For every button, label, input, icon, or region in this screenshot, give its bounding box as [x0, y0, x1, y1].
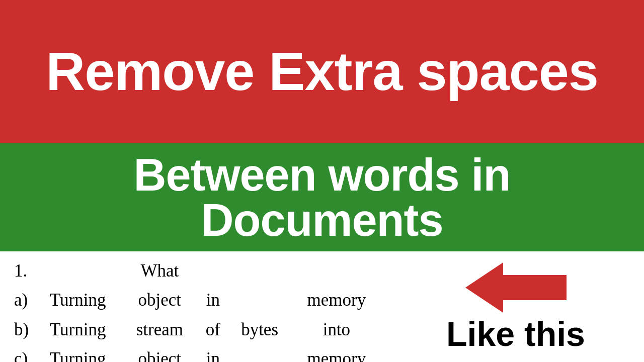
option-b-label: b)	[10, 315, 34, 344]
option-b-col2: stream	[122, 315, 197, 344]
option-c-col5: memory	[291, 344, 382, 362]
option-c-row: c) Turning object in memory	[10, 344, 382, 362]
like-this-label: Like this	[446, 317, 585, 351]
option-b-col1: Turning	[34, 315, 122, 344]
subtitle: Between words in Documents	[15, 152, 629, 243]
arrow-body-icon	[501, 275, 567, 300]
option-a-col3: in	[197, 286, 228, 315]
option-a-row: a) Turning object in memory	[10, 286, 382, 315]
right-section: Like this	[392, 251, 644, 362]
arrow-wrapper	[465, 262, 567, 313]
option-c-label: c)	[10, 344, 34, 362]
question-spacer4	[291, 256, 382, 286]
question-area: 1. What a) Turning object in memory b) T…	[0, 251, 392, 362]
left-arrow-head-icon	[465, 262, 503, 313]
question-text: What	[122, 256, 197, 286]
main-title: Remove Extra spaces	[46, 42, 598, 102]
top-red-banner: Remove Extra spaces	[0, 0, 644, 143]
question-spacer3	[228, 256, 290, 286]
question-spacer	[34, 256, 122, 286]
question-table: 1. What a) Turning object in memory b) T…	[10, 256, 382, 362]
option-a-col1: Turning	[34, 286, 122, 315]
question-spacer2	[197, 256, 228, 286]
question-number: 1.	[10, 256, 34, 286]
option-a-col4	[228, 286, 290, 315]
middle-green-banner: Between words in Documents	[0, 143, 644, 251]
option-c-col2: object	[122, 344, 197, 362]
option-a-col5: memory	[291, 286, 382, 315]
bottom-section: 1. What a) Turning object in memory b) T…	[0, 251, 644, 362]
option-b-row: b) Turning stream of bytes into	[10, 315, 382, 344]
option-c-col4	[228, 344, 290, 362]
option-b-col4: bytes	[228, 315, 290, 344]
option-b-col3: of	[197, 315, 228, 344]
option-c-col3: in	[197, 344, 228, 362]
option-a-col2: object	[122, 286, 197, 315]
option-a-label: a)	[10, 286, 34, 315]
question-row: 1. What	[10, 256, 382, 286]
option-c-col1: Turning	[34, 344, 122, 362]
option-b-col5: into	[291, 315, 382, 344]
